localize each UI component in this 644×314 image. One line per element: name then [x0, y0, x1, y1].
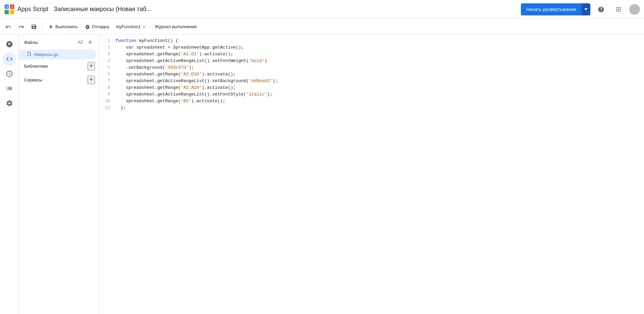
help-button[interactable] — [594, 3, 608, 16]
toolbar: Выполнить Отладка myFunction1 Журнал вып… — [0, 19, 644, 35]
run-button-label: Выполнить — [55, 24, 78, 29]
sidebar: Файлы AZ Макросы.gs Библиотеки Сервисы — [19, 35, 99, 314]
deploy-button-group: Начать развертывание — [521, 3, 590, 15]
left-nav — [0, 35, 19, 314]
code-editor[interactable]: 1 function myFunction1() { 2 var spreads… — [99, 35, 644, 314]
nav-triggers-button[interactable] — [3, 67, 16, 80]
avatar[interactable] — [629, 4, 640, 15]
redo-button[interactable] — [15, 21, 27, 32]
file-icon — [27, 52, 32, 57]
apps-script-logo: A S — [4, 4, 15, 15]
services-label: Сервисы — [24, 77, 42, 82]
files-label: Файлы — [24, 40, 38, 45]
nav-overview-button[interactable] — [3, 38, 16, 51]
libraries-section-header[interactable]: Библиотеки — [19, 59, 99, 73]
add-service-button[interactable] — [88, 76, 95, 84]
services-section-header[interactable]: Сервисы — [19, 73, 99, 87]
app-title: Apps Script — [17, 6, 48, 13]
function-selector[interactable]: myFunction1 — [113, 21, 149, 32]
code-line: 4 spreadsheet.getActiveRangeList().setFo… — [99, 58, 644, 64]
toolbar-divider-1 — [42, 23, 43, 31]
files-section-header: Файлы AZ — [19, 35, 99, 50]
add-file-button[interactable] — [86, 38, 95, 47]
add-library-button[interactable] — [88, 62, 95, 70]
code-line: 5 .setBackground('#93c47d'); — [99, 64, 644, 71]
main-content: Файлы AZ Макросы.gs Библиотеки Сервисы — [0, 35, 644, 314]
code-line: 10 spreadsheet.getRange('B5').activate()… — [99, 98, 644, 105]
nav-editor-button[interactable] — [3, 52, 16, 66]
svg-rect-2 — [5, 10, 9, 14]
topbar: A S Apps Script Записанные макросы (Нова… — [0, 0, 644, 19]
logo-area: A S Apps Script — [4, 4, 48, 15]
deploy-button[interactable]: Начать развертывание — [521, 3, 582, 15]
debug-label: Отладка — [92, 24, 109, 29]
sort-files-button[interactable]: AZ — [76, 39, 84, 46]
project-title: Записанные макросы (Новая таб... — [54, 6, 151, 13]
undo-button[interactable] — [3, 21, 14, 32]
deploy-dropdown-button[interactable] — [582, 3, 590, 15]
nav-executions-button[interactable] — [3, 82, 16, 95]
exec-log-button[interactable]: Журнал выполнения — [151, 21, 201, 32]
code-line: 9 spreadsheet.getActiveRangeList().setFo… — [99, 91, 644, 98]
function-name-label: myFunction1 — [116, 24, 141, 29]
debug-button[interactable]: Отладка — [82, 21, 112, 32]
svg-rect-3 — [10, 10, 14, 14]
grid-button[interactable] — [612, 3, 625, 16]
code-line: 11 }; — [99, 105, 644, 111]
file-item-macros[interactable]: Макросы.gs — [19, 50, 96, 59]
run-button[interactable]: Выполнить — [45, 21, 80, 32]
code-line: 6 spreadsheet.getRange('A2:D10').activat… — [99, 71, 644, 78]
svg-text:A: A — [6, 5, 8, 8]
libraries-label: Библиотеки — [24, 64, 48, 69]
save-button[interactable] — [28, 21, 40, 32]
code-line: 8 spreadsheet.getRange('A2:A10').activat… — [99, 84, 644, 91]
code-line: 1 function myFunction1() { — [99, 38, 644, 44]
nav-settings-button[interactable] — [3, 97, 16, 110]
svg-text:S: S — [11, 5, 13, 8]
code-line: 2 var spreadsheet = SpreadsheetApp.getAc… — [99, 44, 644, 51]
code-line: 7 spreadsheet.getActiveRangeList().setBa… — [99, 78, 644, 84]
code-line: 3 spreadsheet.getRange('A1:D1').activate… — [99, 51, 644, 58]
file-name: Макросы.gs — [34, 52, 58, 57]
